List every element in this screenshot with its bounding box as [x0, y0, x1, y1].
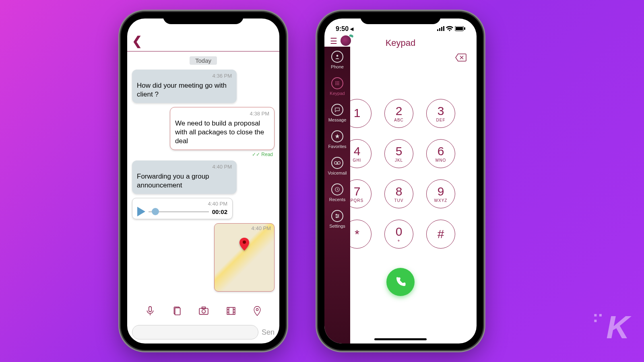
app-logo-icon: [341, 35, 351, 46]
svg-point-39: [336, 214, 337, 215]
watermark-letter: K: [606, 309, 628, 346]
star-icon: [331, 130, 343, 142]
day-badge: Today: [190, 56, 217, 65]
svg-point-0: [243, 241, 246, 244]
video-icon[interactable]: [225, 306, 237, 319]
map-message[interactable]: 4:40 PM: [214, 223, 275, 292]
phone-icon: [331, 51, 343, 63]
svg-point-28: [338, 83, 339, 84]
notch: [163, 12, 244, 24]
mic-icon[interactable]: [145, 306, 155, 319]
drawer-label: Recents: [329, 197, 345, 202]
message-outgoing[interactable]: 4:38 PM We need to build a proposal with…: [170, 107, 275, 150]
drawer-label: Keypad: [330, 91, 345, 96]
chat-input[interactable]: [132, 325, 258, 339]
keypad-title: Keypad: [386, 38, 416, 48]
status-icons: [437, 26, 465, 31]
play-icon[interactable]: [137, 207, 145, 216]
svg-rect-17: [441, 27, 442, 31]
keypad-grid: 1 2ABC 3DEF 4GHI 5JKL 6MNO 7PQRS 8TUV 9W…: [329, 99, 472, 252]
settings-icon: [331, 210, 343, 222]
home-indicator[interactable]: [374, 338, 427, 340]
drawer-settings[interactable]: Settings: [324, 206, 350, 232]
camera-icon[interactable]: [198, 306, 209, 319]
svg-point-14: [256, 309, 258, 311]
notch: [360, 12, 441, 24]
drawer-message[interactable]: Message: [324, 100, 350, 126]
key-9[interactable]: 9WXYZ: [426, 179, 455, 208]
send-button[interactable]: Sen: [262, 328, 275, 337]
chat-screen: ❮ Today 4:36 PM How did your meeting go …: [127, 19, 279, 343]
svg-rect-6: [202, 307, 206, 309]
read-status: ✓✓ Read: [132, 152, 273, 157]
map-pin-icon: [239, 238, 249, 252]
drawer-label: Settings: [329, 224, 345, 228]
location-icon[interactable]: [253, 306, 262, 319]
drawer-recents[interactable]: Recents: [324, 179, 350, 206]
svg-rect-15: [437, 29, 438, 31]
message-incoming[interactable]: 4:36 PM How did your meeting go with cli…: [132, 70, 237, 103]
back-button[interactable]: ❮: [132, 34, 142, 47]
key-5[interactable]: 5JKL: [384, 139, 413, 168]
key-8[interactable]: 8TUV: [384, 179, 413, 208]
message-text: How did your meeting go with client ?: [137, 82, 227, 98]
voicemail-icon: [331, 157, 343, 169]
chat-input-row: Sen: [127, 325, 279, 339]
drawer-keypad[interactable]: Keypad: [324, 73, 350, 100]
key-hash[interactable]: #: [426, 220, 455, 249]
backspace-button[interactable]: [455, 53, 467, 64]
svg-point-23: [335, 81, 336, 82]
key-0[interactable]: 0+: [384, 220, 413, 249]
svg-rect-16: [439, 28, 440, 31]
svg-point-40: [338, 216, 339, 216]
audio-duration: 00:02: [212, 208, 227, 215]
svg-rect-7: [227, 307, 235, 314]
phone-frame-chat: ❮ Today 4:36 PM How did your meeting go …: [121, 12, 286, 350]
drawer-voicemail[interactable]: Voicemail: [324, 153, 350, 179]
audio-message[interactable]: 4:40 PM 00:02: [132, 198, 233, 219]
clock-icon: [331, 183, 343, 195]
svg-rect-18: [443, 26, 444, 31]
menu-icon[interactable]: ☰: [330, 36, 337, 46]
phone-frame-keypad: 9:50 ◂ ☰ Keypad Phone Keypad Mes: [318, 12, 483, 350]
svg-point-32: [334, 162, 337, 165]
side-drawer: Phone Keypad Message Favorites Voicemail…: [324, 47, 350, 343]
drawer-label: Message: [328, 117, 347, 122]
key-2[interactable]: 2ABC: [384, 99, 413, 128]
svg-rect-20: [456, 27, 463, 30]
call-button[interactable]: [386, 268, 415, 296]
drawer-phone[interactable]: Phone: [324, 47, 350, 73]
svg-point-5: [202, 310, 206, 313]
signal-icon: [437, 26, 444, 31]
key-6[interactable]: 6MNO: [426, 139, 455, 168]
status-time: 9:50 ◂: [336, 25, 353, 33]
keypad-icon: [331, 77, 343, 89]
message-icon: [331, 104, 343, 116]
svg-point-29: [335, 84, 336, 85]
chat-toolbar: [127, 302, 279, 322]
svg-point-24: [337, 81, 338, 82]
drawer-label: Phone: [331, 64, 344, 69]
key-3[interactable]: 3DEF: [426, 99, 455, 128]
keypad-screen: 9:50 ◂ ☰ Keypad Phone Keypad Mes: [324, 19, 477, 343]
messages-list: 4:36 PM How did your meeting go with cli…: [127, 70, 279, 292]
svg-point-22: [336, 55, 339, 57]
map-time: 4:40 PM: [252, 225, 271, 231]
drawer-favorites[interactable]: Favorites: [324, 126, 350, 153]
drawer-label: Favorites: [328, 144, 346, 149]
svg-point-25: [338, 81, 339, 82]
audio-thumb[interactable]: [152, 208, 159, 215]
document-icon[interactable]: [171, 306, 182, 319]
wifi-icon: [446, 26, 453, 31]
drawer-label: Voicemail: [328, 171, 347, 175]
watermark: ▪▪▪ K: [594, 309, 628, 346]
svg-rect-21: [464, 27, 465, 30]
message-incoming[interactable]: 4:40 PM Forwarding you a group announcem…: [132, 160, 237, 194]
svg-point-30: [337, 84, 338, 85]
audio-track[interactable]: [149, 211, 209, 212]
svg-point-31: [338, 84, 339, 85]
svg-point-27: [337, 83, 338, 84]
svg-point-41: [336, 217, 337, 218]
audio-time: 4:40 PM: [137, 201, 227, 207]
svg-point-26: [335, 83, 336, 84]
